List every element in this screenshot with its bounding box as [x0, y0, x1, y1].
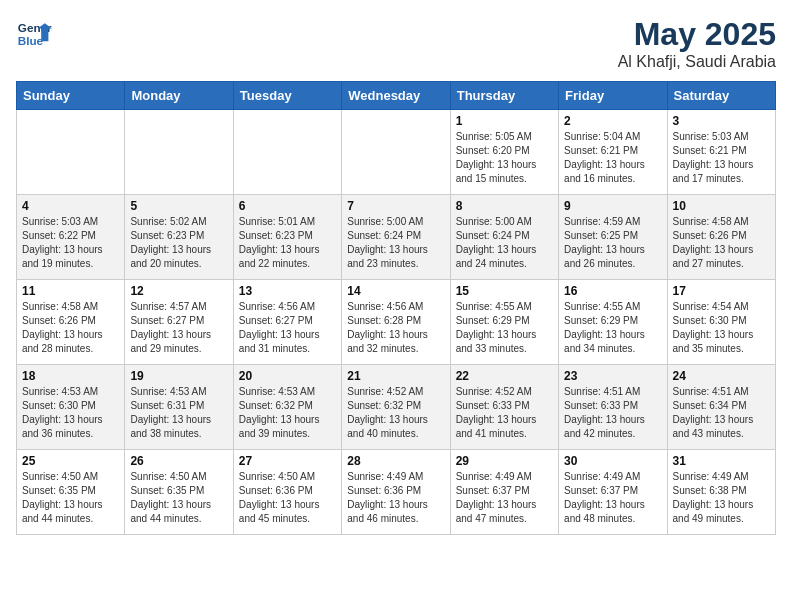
weekday-header-friday: Friday	[559, 82, 667, 110]
day-info: Sunrise: 4:59 AM Sunset: 6:25 PM Dayligh…	[564, 215, 661, 271]
day-info: Sunrise: 5:05 AM Sunset: 6:20 PM Dayligh…	[456, 130, 553, 186]
day-number: 4	[22, 199, 119, 213]
calendar-cell: 10Sunrise: 4:58 AM Sunset: 6:26 PM Dayli…	[667, 195, 775, 280]
calendar-cell: 22Sunrise: 4:52 AM Sunset: 6:33 PM Dayli…	[450, 365, 558, 450]
calendar-cell: 27Sunrise: 4:50 AM Sunset: 6:36 PM Dayli…	[233, 450, 341, 535]
week-row-3: 11Sunrise: 4:58 AM Sunset: 6:26 PM Dayli…	[17, 280, 776, 365]
day-number: 8	[456, 199, 553, 213]
day-number: 3	[673, 114, 770, 128]
day-number: 11	[22, 284, 119, 298]
day-number: 5	[130, 199, 227, 213]
day-number: 22	[456, 369, 553, 383]
day-info: Sunrise: 5:03 AM Sunset: 6:21 PM Dayligh…	[673, 130, 770, 186]
day-info: Sunrise: 4:55 AM Sunset: 6:29 PM Dayligh…	[456, 300, 553, 356]
location-title: Al Khafji, Saudi Arabia	[618, 53, 776, 71]
calendar-cell: 18Sunrise: 4:53 AM Sunset: 6:30 PM Dayli…	[17, 365, 125, 450]
week-row-4: 18Sunrise: 4:53 AM Sunset: 6:30 PM Dayli…	[17, 365, 776, 450]
day-number: 19	[130, 369, 227, 383]
calendar-cell: 11Sunrise: 4:58 AM Sunset: 6:26 PM Dayli…	[17, 280, 125, 365]
weekday-header-monday: Monday	[125, 82, 233, 110]
calendar-cell: 12Sunrise: 4:57 AM Sunset: 6:27 PM Dayli…	[125, 280, 233, 365]
day-number: 24	[673, 369, 770, 383]
calendar-cell: 28Sunrise: 4:49 AM Sunset: 6:36 PM Dayli…	[342, 450, 450, 535]
week-row-5: 25Sunrise: 4:50 AM Sunset: 6:35 PM Dayli…	[17, 450, 776, 535]
calendar-cell: 31Sunrise: 4:49 AM Sunset: 6:38 PM Dayli…	[667, 450, 775, 535]
day-number: 9	[564, 199, 661, 213]
day-info: Sunrise: 4:49 AM Sunset: 6:38 PM Dayligh…	[673, 470, 770, 526]
calendar-cell	[125, 110, 233, 195]
calendar-cell: 21Sunrise: 4:52 AM Sunset: 6:32 PM Dayli…	[342, 365, 450, 450]
day-info: Sunrise: 4:58 AM Sunset: 6:26 PM Dayligh…	[673, 215, 770, 271]
weekday-header-row: SundayMondayTuesdayWednesdayThursdayFrid…	[17, 82, 776, 110]
weekday-header-tuesday: Tuesday	[233, 82, 341, 110]
svg-text:Blue: Blue	[18, 34, 44, 47]
day-info: Sunrise: 4:52 AM Sunset: 6:32 PM Dayligh…	[347, 385, 444, 441]
calendar-cell: 5Sunrise: 5:02 AM Sunset: 6:23 PM Daylig…	[125, 195, 233, 280]
weekday-header-sunday: Sunday	[17, 82, 125, 110]
day-number: 2	[564, 114, 661, 128]
weekday-header-thursday: Thursday	[450, 82, 558, 110]
day-number: 27	[239, 454, 336, 468]
day-number: 12	[130, 284, 227, 298]
day-info: Sunrise: 4:57 AM Sunset: 6:27 PM Dayligh…	[130, 300, 227, 356]
calendar-cell: 26Sunrise: 4:50 AM Sunset: 6:35 PM Dayli…	[125, 450, 233, 535]
day-info: Sunrise: 5:01 AM Sunset: 6:23 PM Dayligh…	[239, 215, 336, 271]
day-info: Sunrise: 4:53 AM Sunset: 6:32 PM Dayligh…	[239, 385, 336, 441]
day-number: 30	[564, 454, 661, 468]
day-number: 1	[456, 114, 553, 128]
calendar-cell: 7Sunrise: 5:00 AM Sunset: 6:24 PM Daylig…	[342, 195, 450, 280]
day-number: 6	[239, 199, 336, 213]
logo: General Blue	[16, 16, 52, 52]
logo-icon: General Blue	[16, 16, 52, 52]
day-info: Sunrise: 4:51 AM Sunset: 6:34 PM Dayligh…	[673, 385, 770, 441]
day-info: Sunrise: 4:56 AM Sunset: 6:27 PM Dayligh…	[239, 300, 336, 356]
day-info: Sunrise: 4:56 AM Sunset: 6:28 PM Dayligh…	[347, 300, 444, 356]
day-info: Sunrise: 4:49 AM Sunset: 6:36 PM Dayligh…	[347, 470, 444, 526]
calendar-cell: 6Sunrise: 5:01 AM Sunset: 6:23 PM Daylig…	[233, 195, 341, 280]
calendar-table: SundayMondayTuesdayWednesdayThursdayFrid…	[16, 81, 776, 535]
day-number: 28	[347, 454, 444, 468]
calendar-cell: 2Sunrise: 5:04 AM Sunset: 6:21 PM Daylig…	[559, 110, 667, 195]
calendar-cell: 13Sunrise: 4:56 AM Sunset: 6:27 PM Dayli…	[233, 280, 341, 365]
calendar-cell: 9Sunrise: 4:59 AM Sunset: 6:25 PM Daylig…	[559, 195, 667, 280]
title-area: May 2025 Al Khafji, Saudi Arabia	[618, 16, 776, 71]
calendar-cell: 8Sunrise: 5:00 AM Sunset: 6:24 PM Daylig…	[450, 195, 558, 280]
day-info: Sunrise: 5:04 AM Sunset: 6:21 PM Dayligh…	[564, 130, 661, 186]
day-number: 7	[347, 199, 444, 213]
calendar-cell: 24Sunrise: 4:51 AM Sunset: 6:34 PM Dayli…	[667, 365, 775, 450]
calendar-cell: 20Sunrise: 4:53 AM Sunset: 6:32 PM Dayli…	[233, 365, 341, 450]
weekday-header-saturday: Saturday	[667, 82, 775, 110]
day-info: Sunrise: 4:51 AM Sunset: 6:33 PM Dayligh…	[564, 385, 661, 441]
day-number: 13	[239, 284, 336, 298]
calendar-cell: 25Sunrise: 4:50 AM Sunset: 6:35 PM Dayli…	[17, 450, 125, 535]
day-info: Sunrise: 5:02 AM Sunset: 6:23 PM Dayligh…	[130, 215, 227, 271]
calendar-cell	[233, 110, 341, 195]
day-number: 31	[673, 454, 770, 468]
day-info: Sunrise: 4:54 AM Sunset: 6:30 PM Dayligh…	[673, 300, 770, 356]
calendar-cell	[342, 110, 450, 195]
day-info: Sunrise: 4:58 AM Sunset: 6:26 PM Dayligh…	[22, 300, 119, 356]
day-number: 14	[347, 284, 444, 298]
calendar-cell: 17Sunrise: 4:54 AM Sunset: 6:30 PM Dayli…	[667, 280, 775, 365]
day-info: Sunrise: 4:50 AM Sunset: 6:35 PM Dayligh…	[22, 470, 119, 526]
day-info: Sunrise: 5:03 AM Sunset: 6:22 PM Dayligh…	[22, 215, 119, 271]
weekday-header-wednesday: Wednesday	[342, 82, 450, 110]
week-row-1: 1Sunrise: 5:05 AM Sunset: 6:20 PM Daylig…	[17, 110, 776, 195]
week-row-2: 4Sunrise: 5:03 AM Sunset: 6:22 PM Daylig…	[17, 195, 776, 280]
day-info: Sunrise: 4:53 AM Sunset: 6:31 PM Dayligh…	[130, 385, 227, 441]
day-number: 15	[456, 284, 553, 298]
day-number: 18	[22, 369, 119, 383]
calendar-cell: 14Sunrise: 4:56 AM Sunset: 6:28 PM Dayli…	[342, 280, 450, 365]
calendar-cell: 3Sunrise: 5:03 AM Sunset: 6:21 PM Daylig…	[667, 110, 775, 195]
calendar-cell: 15Sunrise: 4:55 AM Sunset: 6:29 PM Dayli…	[450, 280, 558, 365]
calendar-cell: 30Sunrise: 4:49 AM Sunset: 6:37 PM Dayli…	[559, 450, 667, 535]
day-info: Sunrise: 4:50 AM Sunset: 6:36 PM Dayligh…	[239, 470, 336, 526]
day-number: 23	[564, 369, 661, 383]
day-info: Sunrise: 4:53 AM Sunset: 6:30 PM Dayligh…	[22, 385, 119, 441]
day-info: Sunrise: 4:50 AM Sunset: 6:35 PM Dayligh…	[130, 470, 227, 526]
calendar-cell: 23Sunrise: 4:51 AM Sunset: 6:33 PM Dayli…	[559, 365, 667, 450]
day-info: Sunrise: 4:49 AM Sunset: 6:37 PM Dayligh…	[564, 470, 661, 526]
day-number: 10	[673, 199, 770, 213]
month-title: May 2025	[618, 16, 776, 53]
calendar-cell: 4Sunrise: 5:03 AM Sunset: 6:22 PM Daylig…	[17, 195, 125, 280]
